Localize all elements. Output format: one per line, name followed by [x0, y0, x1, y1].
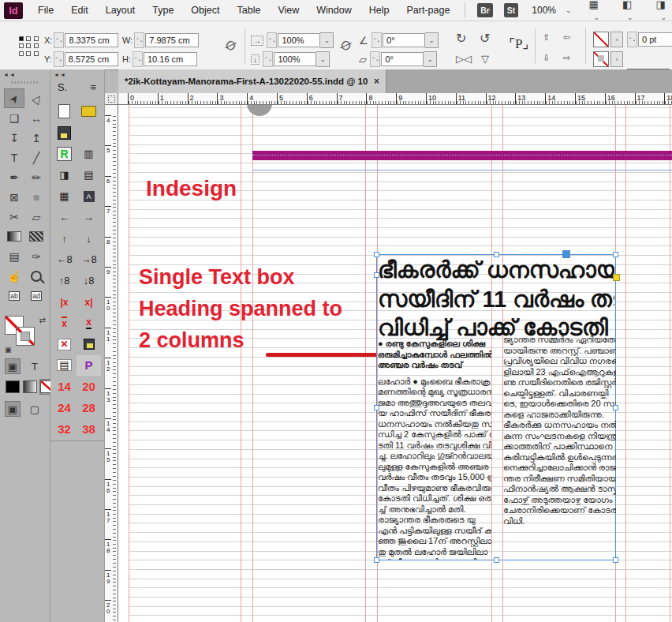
column-guide[interactable] [625, 105, 626, 622]
horizontal-ruler[interactable]: 0123456789101112131415161718 [118, 93, 672, 105]
nudge-left-icon[interactable]: ← [52, 207, 77, 228]
apply-gradient-button[interactable] [22, 379, 38, 395]
nudge-right-icon[interactable]: → [77, 207, 101, 228]
shear-field[interactable]: 0° [381, 52, 424, 66]
annotation-indesign[interactable]: Indesign [146, 176, 237, 201]
gradient-feather-tool[interactable] [26, 227, 47, 246]
new-document-icon[interactable] [52, 101, 77, 122]
nudge-down-icon[interactable]: ↓ [77, 228, 101, 249]
chevron-down-icon[interactable]: ⌄ [320, 32, 334, 48]
gap-tool[interactable]: ↔ [26, 108, 47, 128]
h-field[interactable]: 10.16 cm [144, 52, 197, 66]
rotate-ccw-icon[interactable]: ↺ [480, 31, 490, 46]
scale-y-stepper[interactable]: ⌃⌄ [263, 51, 273, 67]
x-bar-left-icon[interactable]: |x [52, 291, 77, 313]
menu-item[interactable]: Table [228, 5, 269, 16]
frame-handle-top-right[interactable] [613, 252, 618, 257]
text-lines-icon[interactable]: ▤ [52, 355, 77, 377]
frame-tool[interactable]: ⊠ [4, 187, 24, 207]
menu-item[interactable]: Window [308, 5, 360, 16]
annotation-arrow[interactable] [266, 353, 377, 357]
stroke-options-button[interactable]: › [610, 51, 623, 67]
collapse-panel-icon[interactable]: ◄◄ [3, 72, 16, 77]
note-tool[interactable]: ▤ [4, 246, 24, 266]
zoom-level-select[interactable]: 100% [532, 5, 556, 16]
rectangle-tool[interactable]: ■ [26, 187, 47, 207]
scale-y-field[interactable]: 100% [274, 52, 316, 66]
rotation-stepper[interactable]: ⌃⌄ [371, 32, 382, 48]
reference-point-proxy[interactable] [19, 36, 39, 57]
vertical-ruler[interactable]: 4567891011121314151617181920 [105, 105, 118, 622]
h-stepper[interactable]: ⌃⌄ [133, 51, 143, 67]
kern-right-icon[interactable]: →8 [77, 249, 101, 271]
content-collector-tool[interactable]: ↧ [4, 128, 24, 148]
frame-edge-line[interactable] [252, 170, 672, 170]
bridge-button[interactable]: Br [477, 3, 493, 17]
normal-view-mode-button[interactable]: ▣ [5, 401, 21, 417]
frame-handle-top-center[interactable] [494, 252, 499, 257]
x-underline-icon[interactable]: x [77, 313, 101, 334]
kern-up-icon[interactable]: ↑8 [52, 270, 77, 291]
hand-tool[interactable]: ☝ [4, 266, 24, 286]
save-as-icon[interactable]: A [77, 185, 101, 207]
frame-handle-mid-right[interactable] [613, 405, 618, 410]
default-swatches-icon[interactable]: ▣ [5, 346, 12, 354]
column-guide[interactable] [670, 105, 670, 622]
content-placer-tool[interactable]: ↥ [26, 128, 47, 148]
custom-tool-ad[interactable]: ad [26, 286, 47, 305]
panel-tab-s[interactable]: S. [58, 81, 67, 93]
type-tool[interactable]: T [4, 148, 24, 167]
formatting-affects-text-button[interactable]: T [27, 358, 43, 374]
rotation-field[interactable]: 0° [383, 33, 425, 47]
size-20-button[interactable]: 20 [77, 376, 101, 397]
column-guide[interactable] [129, 105, 129, 622]
text-frame-icon[interactable]: ◨ [52, 164, 77, 185]
shear-stepper[interactable]: ⌃⌄ [370, 51, 380, 67]
frame-handle-bottom-center[interactable] [494, 557, 499, 563]
flip-vertical-icon[interactable]: ▽ [481, 53, 489, 65]
menu-item[interactable]: File [29, 5, 62, 16]
delete-x-icon[interactable]: ✕ [52, 334, 77, 355]
frame-handle-autofit[interactable] [562, 250, 570, 258]
constrain-dimensions-icon[interactable]: Ø [223, 37, 238, 54]
document-tab[interactable]: *2ik-Kottayam-Manorama-First-A-13022020-… [118, 69, 386, 93]
open-folder-icon[interactable] [77, 101, 101, 122]
chevron-down-icon[interactable]: ⌄ [425, 32, 439, 48]
column-guide[interactable] [365, 105, 366, 622]
pen-tool[interactable]: ✒ [4, 167, 24, 187]
column-guide[interactable] [252, 105, 253, 622]
panel-menu-icon[interactable]: ≡ [90, 81, 96, 93]
select-container-icon[interactable]: ⇧ [543, 32, 550, 43]
menu-item[interactable]: View [269, 5, 308, 16]
direct-selection-tool[interactable]: ▷ [26, 88, 47, 108]
size-32-button[interactable]: 32 [52, 418, 77, 440]
rotate-cw-icon[interactable]: ↻ [456, 31, 466, 46]
stock-button[interactable]: St [504, 3, 519, 17]
size-24-button[interactable]: 24 [52, 397, 77, 418]
y-stepper[interactable]: ⌃⌄ [54, 51, 64, 67]
apply-color-button[interactable] [5, 379, 21, 395]
x-overline-icon[interactable]: x [52, 313, 77, 334]
view-options-icon[interactable]: ▦ ⌄ [589, 0, 605, 22]
menu-item[interactable]: Edit [62, 5, 97, 16]
close-icon[interactable]: × [374, 76, 379, 87]
line-tool[interactable]: ╱ [26, 148, 47, 167]
text-align-icon[interactable]: ▤ [77, 164, 101, 185]
gradient-tool[interactable] [4, 227, 24, 246]
scale-x-field[interactable]: 100% [278, 33, 320, 47]
scale-x-stepper[interactable]: ⌃⌄ [267, 32, 277, 48]
frame-handle-top-left[interactable] [374, 252, 379, 257]
ruler-origin-box[interactable] [105, 93, 118, 105]
save-all-icon[interactable] [77, 334, 101, 355]
select-content-icon[interactable]: ⇩ [543, 53, 550, 63]
text-columns-icon[interactable]: ▥ [77, 144, 101, 165]
stroke-weight-stepper[interactable]: ⌃⌄ [627, 32, 637, 47]
fill-options-button[interactable]: › [610, 32, 623, 47]
custom-tool-ab[interactable]: ab [4, 286, 24, 305]
free-transform-tool[interactable]: ▱ [26, 207, 47, 227]
swap-fill-stroke-icon[interactable]: ⇄ [39, 316, 46, 324]
frame-handle-mid-left[interactable] [374, 405, 379, 410]
x-stepper[interactable]: ⌃⌄ [54, 32, 64, 48]
size-28-button[interactable]: 28 [77, 397, 101, 418]
frame-handle-bottom-right[interactable] [613, 557, 618, 563]
